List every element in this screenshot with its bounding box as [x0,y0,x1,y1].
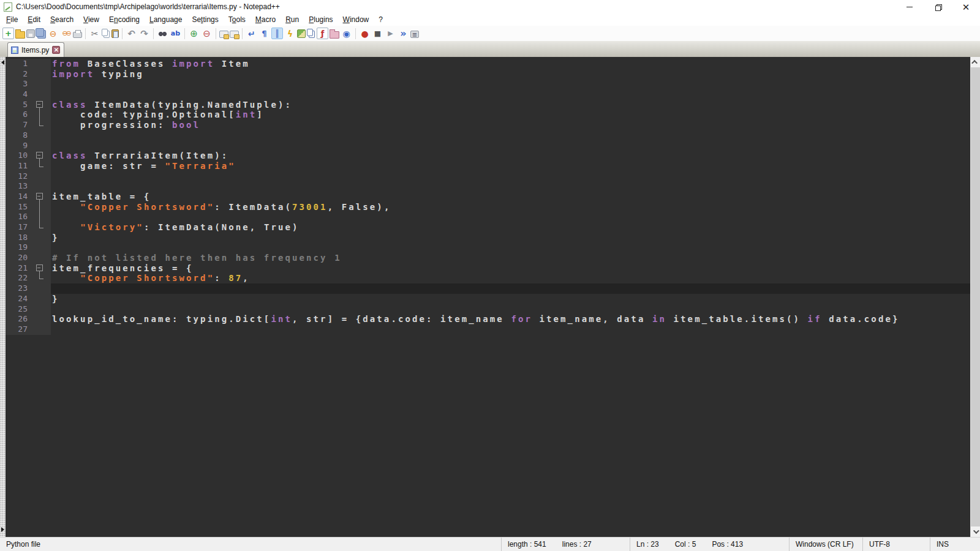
document-list-icon[interactable] [307,29,313,36]
menu-view[interactable]: View [78,14,104,25]
cut-icon[interactable] [89,28,100,39]
menu-tools[interactable]: Tools [224,14,251,25]
code-line[interactable]: 3 [6,79,970,89]
code-line[interactable]: 2import typing [6,69,970,80]
code-text[interactable]: class TerrariaItem(Item): [51,151,970,161]
code-line[interactable]: 21item_frequencies = { [6,263,970,274]
menu-plugins[interactable]: Plugins [304,14,337,25]
fold-box-icon[interactable] [32,151,51,161]
code-text[interactable]: class ItemData(typing.NamedTuple): [51,100,970,110]
code-text[interactable] [51,141,970,151]
code-text[interactable]: # If not listed here then has frequency … [51,253,970,263]
undo-icon[interactable] [126,28,137,39]
code-line[interactable]: 18} [6,233,970,243]
code-text[interactable]: item_frequencies = { [51,263,970,274]
code-text[interactable] [51,304,970,315]
code-line[interactable]: 16 [6,212,970,222]
code-line[interactable]: 26lookup_id_to_name: typing.Dict[int, st… [6,314,970,324]
fold-box-icon[interactable] [32,263,51,274]
code-line[interactable]: 17 "Victory": ItemData(None, True) [6,222,970,233]
code-text[interactable]: lookup_id_to_name: typing.Dict[int, str]… [51,314,970,324]
code-line[interactable]: 8 [6,130,970,141]
restore-button[interactable] [924,0,952,13]
menu-encoding[interactable]: Encoding [104,14,145,25]
code-text[interactable] [51,79,970,89]
code-line[interactable]: 24} [6,294,970,304]
code-line[interactable]: 23 [6,283,970,294]
word-wrap-icon[interactable] [246,28,257,39]
save-icon[interactable] [26,29,35,38]
code-line[interactable]: 19 [6,242,970,253]
macro-stop-icon[interactable] [372,28,383,39]
code-line[interactable]: 10class TerrariaItem(Item): [6,151,970,161]
folder-as-workspace-icon[interactable] [330,31,339,39]
code-text[interactable]: import typing [51,69,970,80]
fold-box-icon[interactable] [32,100,51,110]
code-text[interactable]: } [51,294,970,304]
menu-settings[interactable]: Settings [187,14,223,25]
print-icon[interactable] [73,32,82,38]
code-text[interactable]: game: str = "Terraria" [51,161,970,171]
code-line[interactable]: 12 [6,171,970,182]
code-text[interactable]: "Copper Shortsword": ItemData(73001, Fal… [51,202,970,212]
zoom-out-icon[interactable] [201,28,213,39]
code-text[interactable] [51,89,970,100]
code-line[interactable]: 5class ItemData(typing.NamedTuple): [6,100,970,110]
macro-play-icon[interactable] [385,28,396,39]
tab-close-icon[interactable]: ✕ [52,46,60,54]
macro-save-icon[interactable] [410,31,419,38]
code-text[interactable] [51,171,970,182]
function-list-panel-icon[interactable] [317,28,328,39]
zoom-in-icon[interactable] [188,28,200,39]
replace-icon[interactable] [170,28,181,39]
menu-search[interactable]: Search [45,14,78,25]
copy-icon[interactable] [102,29,108,36]
menu-file[interactable]: File [1,14,23,25]
indent-guide-icon[interactable] [271,28,283,39]
close-button[interactable]: ✕ [952,0,980,13]
find-icon[interactable] [157,28,168,39]
code-line[interactable]: 11 game: str = "Terraria" [6,161,970,171]
new-file-icon[interactable] [2,28,14,39]
tab-items-py[interactable]: Items.py ✕ [7,42,64,57]
code-line[interactable]: 13 [6,181,970,192]
close-doc-icon[interactable] [47,28,59,39]
menu-macro[interactable]: Macro [251,14,281,25]
paste-icon[interactable] [111,29,119,38]
vertical-scrollbar[interactable] [970,57,980,537]
dock-splitter[interactable] [0,57,6,537]
status-insert-mode[interactable]: INS [930,538,980,551]
code-text[interactable]: item_table = { [51,192,970,202]
code-line[interactable]: 25 [6,304,970,315]
macro-run-multiple-icon[interactable] [398,28,409,39]
code-line[interactable]: 6 code: typing.Optional[int] [6,110,970,120]
redo-icon[interactable] [138,28,150,39]
code-text[interactable] [51,212,970,222]
code-line[interactable]: 15 "Copper Shortsword": ItemData(73001, … [6,202,970,212]
code-text[interactable]: } [51,233,970,243]
scroll-up-icon[interactable] [971,57,980,67]
document-map-icon[interactable] [297,29,306,38]
scrollbar-thumb[interactable] [971,67,980,527]
scroll-down-icon[interactable] [971,527,980,537]
code-text[interactable] [51,130,970,141]
code-line[interactable]: 4 [6,89,970,100]
code-line[interactable]: 7 progression: bool [6,120,970,130]
save-all-icon[interactable] [36,28,44,37]
macro-record-icon[interactable] [359,28,371,39]
show-all-characters-icon[interactable] [258,28,270,39]
menu-help[interactable]: ? [374,14,388,25]
code-text[interactable] [51,181,970,192]
code-text[interactable] [51,283,970,294]
status-encoding[interactable]: UTF-8 [862,538,930,551]
code-line[interactable]: 20# If not listed here then has frequenc… [6,253,970,263]
code-editor[interactable]: 1from BaseClasses import Item2import typ… [6,57,970,537]
menu-run[interactable]: Run [281,14,304,25]
code-line[interactable]: 9 [6,141,970,151]
code-text[interactable] [51,242,970,253]
fold-box-icon[interactable] [32,192,51,202]
code-line[interactable]: 27 [6,324,970,335]
status-eol-format[interactable]: Windows (CR LF) [789,538,862,551]
open-icon[interactable] [15,31,25,39]
code-text[interactable] [51,324,970,335]
